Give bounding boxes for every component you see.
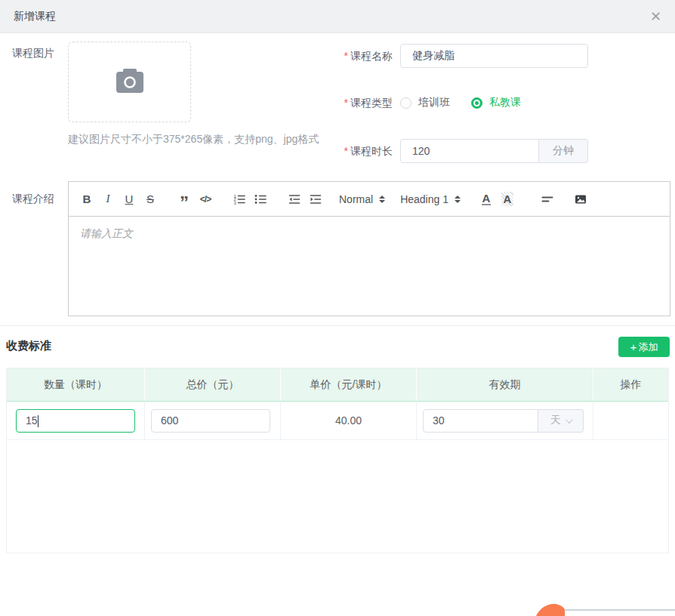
editor-placeholder: 请输入正文 xyxy=(80,227,133,239)
text-color-icon[interactable]: A xyxy=(476,190,497,208)
pricing-table: 数量（课时） 总价（元） 单价（元/课时） 有效期 操作 40.00 xyxy=(6,368,669,553)
cropped-illustration xyxy=(524,598,675,616)
course-image-label: 课程图片 xyxy=(12,47,54,60)
font-size-value: Normal xyxy=(339,193,373,205)
heading-value: Heading 1 xyxy=(400,193,448,205)
camera-icon xyxy=(114,68,146,96)
col-quantity-header: 数量（课时） xyxy=(7,368,145,401)
heading-select[interactable]: Heading 1 xyxy=(400,193,461,205)
validity-unit-value: 天 xyxy=(550,414,561,427)
close-icon[interactable]: ✕ xyxy=(650,10,661,23)
col-total-price-header: 总价（元） xyxy=(145,368,281,401)
chevron-down-icon xyxy=(566,416,573,424)
radio-label: 私教课 xyxy=(489,96,521,109)
text-cursor xyxy=(38,415,39,427)
radio-checked-icon xyxy=(471,97,482,109)
insert-image-icon[interactable] xyxy=(570,190,591,208)
course-name-label: *课程名称 xyxy=(335,50,393,63)
plus-icon: + xyxy=(630,341,637,353)
font-size-select[interactable]: Normal xyxy=(339,193,385,205)
radio-private-lesson[interactable]: 私教课 xyxy=(471,96,521,109)
radio-unchecked-icon xyxy=(400,97,411,109)
section-divider xyxy=(0,325,675,326)
updown-arrows-icon xyxy=(379,196,385,203)
ordered-list-icon[interactable]: 123 xyxy=(229,190,250,208)
underline-icon[interactable]: U xyxy=(119,190,140,208)
blockquote-icon[interactable]: ” xyxy=(174,190,195,208)
add-button-label: 添加 xyxy=(638,340,658,354)
course-name-input[interactable] xyxy=(400,44,588,68)
bold-icon[interactable]: B xyxy=(76,190,97,208)
pricing-table-header: 数量（课时） 总价（元） 单价（元/课时） 有效期 操作 xyxy=(7,368,668,402)
radio-training-class[interactable]: 培训班 xyxy=(400,96,450,109)
quantity-input[interactable] xyxy=(16,409,135,433)
validity-unit-select[interactable]: 天 xyxy=(538,409,584,433)
svg-text:3: 3 xyxy=(234,200,237,205)
add-course-modal: 新增课程 ✕ 课程图片 建议图片尺寸不小于375*265像素，支持png、jpg… xyxy=(0,0,675,616)
modal-header: 新增课程 ✕ xyxy=(0,0,675,33)
add-price-row-button[interactable]: + 添加 xyxy=(618,337,670,357)
course-intro-label: 课程介绍 xyxy=(12,192,54,206)
indent-icon[interactable] xyxy=(305,190,326,208)
radio-label: 培训班 xyxy=(418,96,450,109)
validity-input[interactable] xyxy=(423,409,538,433)
pricing-section-title: 收费标准 xyxy=(6,339,51,353)
unit-price-value: 40.00 xyxy=(335,414,362,427)
updown-arrows-icon xyxy=(455,196,461,203)
rich-text-editor: B I U S ” </> 123 xyxy=(68,181,670,316)
image-upload-box[interactable] xyxy=(68,42,191,122)
table-row: 40.00 天 xyxy=(7,402,668,440)
actions-cell xyxy=(593,402,668,439)
course-type-radio-group: 培训班 私教课 xyxy=(400,96,542,109)
required-mark: * xyxy=(344,50,348,62)
editor-content-area[interactable]: 请输入正文 xyxy=(69,217,670,251)
image-size-hint: 建议图片尺寸不小于375*265像素，支持png、jpg格式 xyxy=(68,133,319,146)
col-validity-header: 有效期 xyxy=(417,368,593,401)
col-actions-header: 操作 xyxy=(593,368,668,401)
italic-icon[interactable]: I xyxy=(97,190,119,208)
code-block-icon[interactable]: </> xyxy=(195,190,216,208)
duration-unit-suffix: 分钟 xyxy=(539,139,588,163)
page-title: 新增课程 xyxy=(14,10,56,23)
editor-toolbar: B I U S ” </> 123 xyxy=(69,182,670,217)
bullet-list-icon[interactable] xyxy=(250,190,271,208)
strikethrough-icon[interactable]: S xyxy=(140,190,161,208)
col-unit-price-header: 单价（元/课时） xyxy=(281,368,417,401)
course-type-label: *课程类型 xyxy=(335,97,393,110)
background-color-icon[interactable]: A xyxy=(497,190,518,208)
course-duration-label: *课程时长 xyxy=(335,145,393,159)
align-icon[interactable] xyxy=(537,190,558,208)
total-price-input[interactable] xyxy=(151,409,270,433)
outdent-icon[interactable] xyxy=(284,190,305,208)
course-duration-input[interactable] xyxy=(400,139,539,163)
